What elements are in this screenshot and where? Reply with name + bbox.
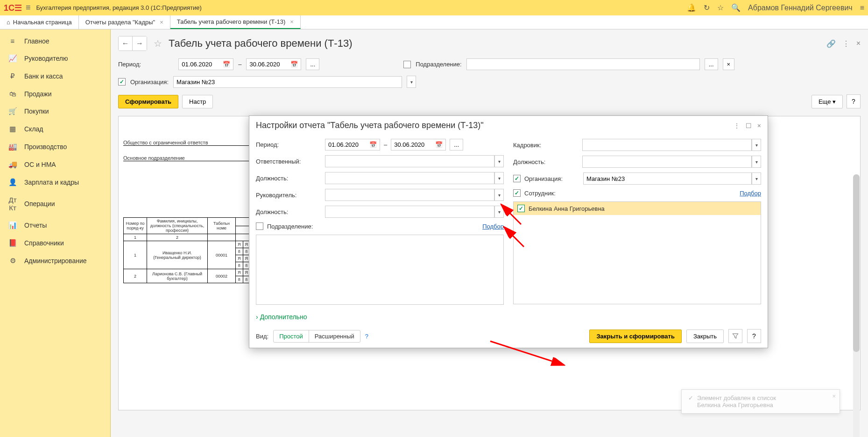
sidebar-label: Операции — [24, 200, 55, 208]
star-icon[interactable]: ☆ — [717, 3, 724, 12]
username[interactable]: Абрамов Геннадий Сергеевич — [748, 4, 853, 12]
modal-org-checkbox[interactable] — [513, 175, 521, 182]
tab-home[interactable]: ⌂ Начальная страница — [0, 15, 79, 29]
sidebar-item-catalogs[interactable]: 📕Справочники — [0, 234, 110, 252]
modal-date-to[interactable]: 📅 — [391, 139, 446, 150]
sidebar-item-operations[interactable]: Дт КтОперации — [0, 191, 110, 216]
dropdown-icon[interactable]: ▾ — [752, 156, 761, 168]
sidebar-item-bank[interactable]: ₽Банк и касса — [0, 67, 110, 85]
dropdown-icon[interactable]: ▾ — [752, 139, 761, 151]
date-from-input[interactable] — [182, 61, 219, 68]
date-from-field[interactable]: 📅 — [178, 58, 233, 70]
help-button[interactable]: ? — [847, 94, 861, 108]
employee-item-checkbox[interactable] — [517, 205, 525, 212]
modal-hr-position-input[interactable] — [582, 156, 752, 168]
close-page-icon[interactable]: × — [856, 39, 861, 48]
scrollbar-vertical[interactable] — [853, 174, 860, 437]
dropdown-icon[interactable]: ▾ — [494, 206, 504, 218]
sidebar-label: Отчеты — [24, 222, 47, 229]
sidebar-item-admin[interactable]: ⚙Администрирование — [0, 252, 110, 270]
modal-employee-listbox[interactable]: Белкина Анна Григорьевна — [513, 201, 761, 304]
close-icon[interactable]: × — [160, 19, 163, 26]
date-to-input[interactable] — [249, 61, 287, 68]
modal-employee-select-link[interactable]: Подбор — [740, 190, 761, 197]
form-report-button[interactable]: Сформировать — [118, 95, 178, 108]
modal-close-icon[interactable]: × — [757, 122, 761, 129]
dropdown-icon[interactable]: ▾ — [752, 172, 761, 185]
employee-list-item[interactable]: Белкина Анна Григорьевна — [514, 202, 761, 215]
sidebar-item-salary[interactable]: 👤Зарплата и кадры — [0, 173, 110, 191]
dept-picker-button[interactable]: ... — [705, 58, 718, 70]
sidebar-item-assets[interactable]: 🚚ОС и НМА — [0, 156, 110, 173]
tab-reports-hr[interactable]: Отчеты раздела "Кадры" × — [79, 15, 170, 29]
modal-hr-input[interactable] — [582, 139, 752, 151]
favorite-star-icon[interactable]: ☆ — [154, 38, 162, 49]
col-tab: Табельн номе — [208, 218, 236, 234]
dropdown-icon[interactable]: ▾ — [494, 155, 504, 167]
tab-timesheet[interactable]: Табель учета рабочего времени (Т-13) × — [170, 15, 301, 29]
calendar-icon[interactable]: 📅 — [290, 61, 298, 68]
modal-dept-select-link[interactable]: Подбор — [482, 223, 504, 230]
calendar-icon[interactable]: 📅 — [435, 141, 443, 148]
org-input[interactable] — [173, 76, 402, 88]
dept-checkbox[interactable] — [403, 61, 411, 68]
chart-icon: 📈 — [8, 54, 17, 63]
view-simple-button[interactable]: Простой — [274, 330, 309, 342]
modal-maximize-icon[interactable]: ☐ — [746, 122, 752, 129]
sidebar-item-production[interactable]: 🏭Производство — [0, 138, 110, 156]
toast-close-icon[interactable]: × — [832, 393, 836, 400]
modal-date-from-input[interactable] — [328, 141, 366, 148]
sidebar-item-main[interactable]: ≡Главное — [0, 32, 110, 50]
history-icon[interactable]: ↻ — [704, 3, 710, 12]
sidebar-item-warehouse[interactable]: ▦Склад — [0, 120, 110, 138]
dropdown-icon[interactable]: ▾ — [494, 172, 504, 184]
modal-date-from[interactable]: 📅 — [325, 139, 380, 150]
modal-position-input[interactable] — [325, 172, 494, 184]
view-extended-button[interactable]: Расширенный — [309, 330, 360, 342]
more-button[interactable]: Еще ▾ — [812, 95, 843, 108]
filter-button[interactable] — [728, 329, 742, 343]
modal-date-to-input[interactable] — [394, 141, 431, 148]
modal-dept-listbox[interactable] — [256, 235, 504, 305]
nav-forward-button[interactable]: → — [133, 36, 147, 50]
modal-org-input[interactable] — [583, 172, 752, 185]
more-icon[interactable]: ⋮ — [842, 39, 850, 48]
row1-tab: 00001 — [208, 241, 236, 269]
hamburger-icon[interactable]: ≡ — [26, 3, 31, 13]
sidebar-item-purchases[interactable]: 🛒Покупки — [0, 102, 110, 120]
modal-manager-input[interactable] — [325, 189, 494, 201]
calendar-icon[interactable]: 📅 — [369, 141, 377, 148]
close-and-form-button[interactable]: Закрыть и сформировать — [589, 330, 682, 343]
modal-employee-checkbox[interactable] — [513, 189, 521, 197]
user-menu-icon[interactable]: ≡ — [860, 4, 864, 12]
modal-additional-link[interactable]: › Дополнительно — [256, 313, 307, 321]
sidebar-item-manager[interactable]: 📈Руководителю — [0, 50, 110, 67]
modal-help-button[interactable]: ? — [747, 329, 761, 343]
close-icon[interactable]: × — [290, 18, 294, 25]
search-icon[interactable]: 🔍 — [731, 3, 741, 12]
modal-responsible-input[interactable] — [325, 155, 494, 167]
modal-dept-checkbox[interactable] — [256, 222, 263, 230]
sidebar-label: ОС и НМА — [24, 161, 56, 168]
link-icon[interactable]: 🔗 — [826, 39, 836, 48]
close-button[interactable]: Закрыть — [686, 330, 724, 343]
calendar-icon[interactable]: 📅 — [223, 61, 230, 68]
modal-more-icon[interactable]: ⋮ — [734, 122, 740, 129]
dept-clear-button[interactable]: × — [723, 58, 735, 70]
modal-period-picker[interactable]: ... — [450, 139, 463, 150]
sidebar-item-sales[interactable]: 🛍Продажи — [0, 85, 110, 102]
org-checkbox[interactable] — [118, 78, 126, 86]
modal-position2-input[interactable] — [325, 206, 494, 218]
period-picker-button[interactable]: ... — [306, 58, 319, 70]
org-dropdown-button[interactable]: ▾ — [407, 76, 416, 88]
bell-icon[interactable]: 🔔 — [687, 3, 696, 12]
sidebar-item-reports[interactable]: 📊Отчеты — [0, 216, 110, 234]
scrollbar-thumb[interactable] — [853, 174, 860, 352]
modal-help-link[interactable]: ? — [365, 333, 368, 340]
settings-button[interactable]: Настр — [182, 95, 213, 108]
dropdown-icon[interactable]: ▾ — [494, 189, 504, 201]
date-to-field[interactable]: 📅 — [246, 58, 301, 70]
dept-input[interactable] — [466, 58, 700, 70]
nav-back-button[interactable]: ← — [119, 36, 133, 50]
titlebar: 1C☰ ≡ Бухгалтерия предприятия, редакция … — [0, 0, 868, 15]
